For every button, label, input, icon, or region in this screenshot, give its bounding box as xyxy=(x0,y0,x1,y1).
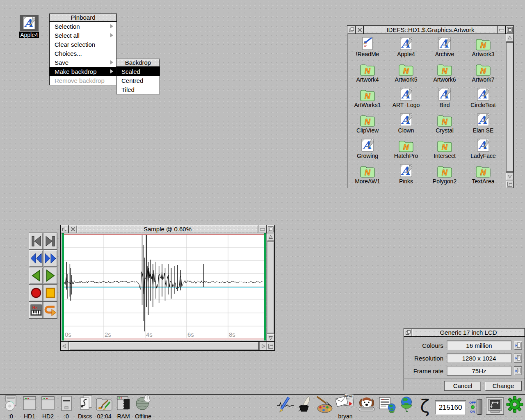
frequency-keyboard-button[interactable]: Hz xyxy=(29,301,43,319)
toggle-size-button[interactable] xyxy=(266,225,274,233)
filer-item-artwork5[interactable]: NArtwork5 xyxy=(387,60,425,86)
back-button[interactable] xyxy=(61,225,69,233)
scroll-down-button[interactable] xyxy=(506,172,514,180)
loop-button[interactable] xyxy=(43,301,57,319)
filer-item-artwork6[interactable]: NArtwork6 xyxy=(425,60,464,86)
scroll-down-button[interactable] xyxy=(267,334,274,342)
filer-item-clipview[interactable]: NClipView xyxy=(348,111,387,137)
iconbar-on-off-switch[interactable]: OFFON xyxy=(468,399,484,420)
pinboard-icon-apple4[interactable]: A Apple4 xyxy=(19,15,39,39)
back-button[interactable] xyxy=(347,26,356,34)
iconbar-newshound-dog[interactable] xyxy=(357,396,376,420)
iconbar-02-04[interactable]: 02:04 xyxy=(95,396,113,420)
change-button[interactable]: Change xyxy=(485,381,522,391)
frame-rate-menu-button[interactable] xyxy=(514,366,522,375)
rewind-button[interactable] xyxy=(29,250,43,267)
close-button[interactable] xyxy=(356,26,364,34)
scrollbar-thumb[interactable] xyxy=(506,42,514,172)
menu-item-save[interactable]: Save xyxy=(50,58,116,67)
filer-item-polygon2[interactable]: NPolygon2 xyxy=(425,162,464,187)
iconbar-sample-editor[interactable] xyxy=(276,397,294,420)
filer-item-artwork4[interactable]: NArtwork4 xyxy=(348,60,387,86)
iconise-button[interactable] xyxy=(258,225,266,233)
fast-forward-button[interactable] xyxy=(43,250,57,267)
close-button[interactable] xyxy=(69,225,77,233)
scroll-right-button[interactable] xyxy=(259,342,267,350)
iconbar-doc-globe[interactable] xyxy=(378,397,396,420)
scrollbar-thumb[interactable] xyxy=(267,242,274,333)
iconbar-offline[interactable]: Offline xyxy=(134,394,153,420)
menu-item-choices[interactable]: Choices... xyxy=(50,49,116,58)
iconbar-0[interactable]: :0 xyxy=(2,395,19,420)
iconbar-hd1[interactable]: HD1 xyxy=(21,396,38,420)
filer-item-artwork3[interactable]: NArtwork3 xyxy=(464,35,502,60)
iconbar-paint-palette[interactable] xyxy=(315,396,333,420)
filer-item-hatchpro[interactable]: NHatchPro xyxy=(387,137,425,162)
submenu-item-centred[interactable]: Centred xyxy=(116,76,160,85)
colours-value-field[interactable]: 16 million xyxy=(447,340,511,350)
colours-menu-button[interactable] xyxy=(514,341,522,350)
stop-button[interactable] xyxy=(43,284,57,301)
scroll-up-button[interactable] xyxy=(267,233,274,241)
menu-item-make-backdrop[interactable]: Make backdrop xyxy=(50,67,116,76)
sample-vertical-scrollbar[interactable] xyxy=(267,233,274,342)
filer-item-textarea[interactable]: NTextArea xyxy=(464,162,502,187)
resize-handle[interactable] xyxy=(267,341,274,350)
filer-vertical-scrollbar[interactable] xyxy=(506,34,514,188)
filer-window: IDEFS::HD1.$.Graphics.Artwork !ReadMeAAp… xyxy=(347,25,514,188)
resolution-value-field[interactable]: 525 x 420 xyxy=(447,353,511,363)
iconbar-bryan[interactable]: NEWSbryan xyxy=(336,393,355,420)
filer-item-art-logo[interactable]: AART_Logo xyxy=(387,86,425,111)
menu-item-clear-selection[interactable]: Clear selection xyxy=(50,40,116,49)
filer-item-ladyface[interactable]: ALadyFace xyxy=(464,137,502,162)
scroll-left-button[interactable] xyxy=(61,342,68,350)
iconbar-ram[interactable]: RAM xyxy=(115,396,132,420)
iconbar-free-space-display[interactable]: 215160 xyxy=(435,401,466,420)
filer-item-growing[interactable]: AGrowing xyxy=(348,137,387,162)
iconbar-zeta[interactable]: ζ xyxy=(417,398,433,420)
menu-item-select-all[interactable]: Select all xyxy=(50,31,116,40)
frame-rate-value-field[interactable]: 75Hz xyxy=(447,366,511,376)
skip-end-button[interactable] xyxy=(43,233,57,250)
filer-item-readme[interactable]: !ReadMe xyxy=(348,35,387,60)
iconbar-egg-globe[interactable] xyxy=(398,396,415,420)
filer-item-intersect[interactable]: NIntersect xyxy=(425,137,464,162)
filer-item-circletest[interactable]: ACircleTest xyxy=(464,86,502,111)
play-forward-button[interactable] xyxy=(43,267,57,284)
scrollbar-track[interactable] xyxy=(506,42,514,172)
cancel-button[interactable]: Cancel xyxy=(444,381,481,391)
iconbar-quill-ink[interactable] xyxy=(296,396,313,420)
filer-item-artworks1[interactable]: NArtWorks1 xyxy=(348,86,387,111)
submenu-item-tiled[interactable]: Tiled xyxy=(116,85,160,94)
resize-handle[interactable] xyxy=(506,180,514,188)
filer-item-pinks[interactable]: APinks xyxy=(387,162,425,187)
sample-horizontal-scrollbar[interactable] xyxy=(61,341,267,350)
back-button[interactable] xyxy=(404,329,412,336)
filer-item-archive[interactable]: AArchive xyxy=(425,35,464,60)
toggle-size-button[interactable] xyxy=(505,26,514,34)
filer-item-clown[interactable]: AClown xyxy=(387,111,425,137)
filer-item-elan-se[interactable]: AElan SE xyxy=(464,111,502,137)
iconbar-0[interactable]: :0 xyxy=(58,396,75,420)
iconise-button[interactable] xyxy=(497,26,505,34)
skip-start-button[interactable] xyxy=(29,233,43,250)
iconbar-discs[interactable]: Discs xyxy=(77,395,93,420)
iconbar-display-size[interactable] xyxy=(486,397,504,420)
waveform-plot[interactable]: 0s2s4s6s8s xyxy=(62,233,266,340)
filer-item-artwork7[interactable]: NArtwork7 xyxy=(464,60,502,86)
menu-item-selection[interactable]: Selection xyxy=(50,22,116,31)
scrollbar-thumb[interactable] xyxy=(69,342,259,350)
scrollbar-track[interactable] xyxy=(68,342,259,350)
filer-item-bird[interactable]: ABird xyxy=(425,86,464,111)
resolution-menu-button[interactable] xyxy=(514,354,522,363)
filer-item-crystal[interactable]: NCrystal xyxy=(425,111,464,137)
record-button[interactable] xyxy=(29,284,43,301)
filer-item-apple4[interactable]: AApple4 xyxy=(387,35,425,60)
submenu-item-scaled[interactable]: Scaled xyxy=(116,67,160,76)
scroll-up-button[interactable] xyxy=(506,34,514,42)
filer-item-moreaw1[interactable]: NMoreAW1 xyxy=(348,162,387,187)
scrollbar-track[interactable] xyxy=(267,241,274,334)
play-backward-button[interactable] xyxy=(29,267,43,284)
iconbar-switcher-gear[interactable] xyxy=(506,396,523,420)
iconbar-hd2[interactable]: HD2 xyxy=(40,396,56,420)
